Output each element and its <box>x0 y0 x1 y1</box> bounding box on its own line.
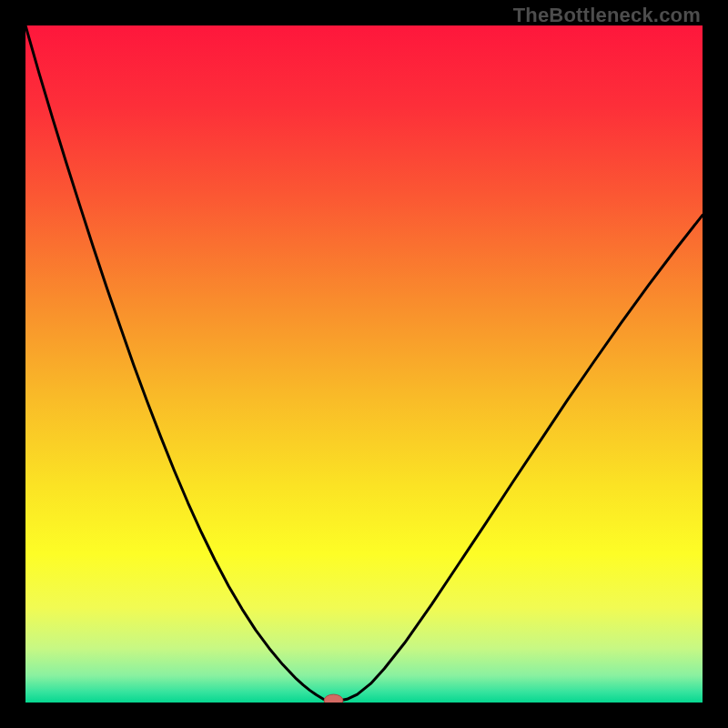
optimal-point-marker <box>324 694 343 703</box>
watermark-text: TheBottleneck.com <box>513 4 701 27</box>
chart-frame: TheBottleneck.com <box>0 0 728 728</box>
gradient-background <box>25 25 703 703</box>
chart-svg <box>25 25 703 703</box>
plot-area <box>25 25 703 703</box>
